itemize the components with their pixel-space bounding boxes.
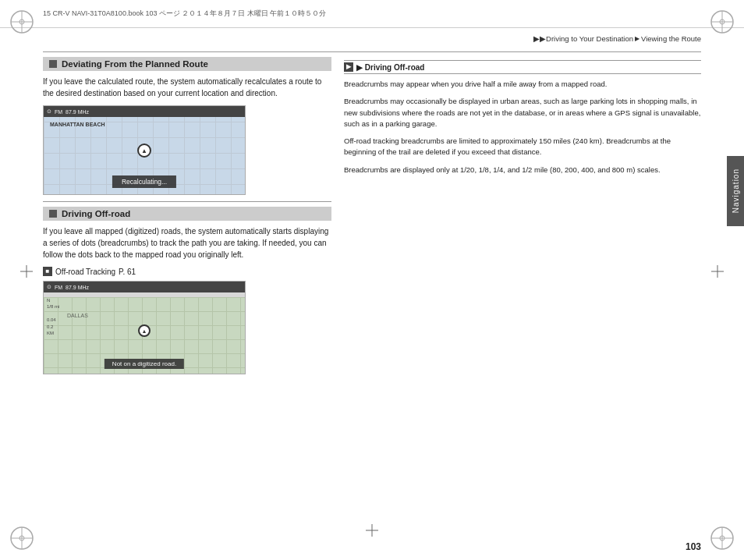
crosshair-left	[20, 265, 33, 278]
note-line-2: Breadcrumbs may occasionally be displaye…	[344, 96, 701, 129]
navigation-tab: Navigation	[727, 156, 744, 226]
map1-statusbar-fm: FM	[55, 109, 62, 115]
section2-icon	[49, 210, 57, 218]
note-header: ▶ ▶ Driving Off-road	[344, 60, 701, 74]
main-content: Deviating From the Planned Route If you …	[43, 28, 701, 532]
note-header-text: ▶ Driving Off-road	[356, 63, 424, 72]
cross-ref: ■ Off-road Tracking P. 61	[43, 267, 331, 276]
corner-decoration-bl	[8, 524, 36, 552]
map2-statusbar-fm: FM	[55, 285, 62, 290]
map2-street-label: DALLAS	[67, 313, 88, 318]
map1-recalc-text: Recalculating...	[112, 175, 176, 188]
top-bar: 15 CR-V NAVI-31T0A8100.book 103 ページ ２０１４…	[0, 0, 744, 28]
section2-body: If you leave all mapped (digitized) road…	[43, 225, 331, 261]
map2-statusbar-icon: ⊙	[47, 284, 51, 290]
section2-header: Driving Off-road	[43, 207, 331, 221]
map2-scale-left: N1/8 mi0.040.2KM	[47, 297, 59, 336]
top-section: Deviating From the Planned Route If you …	[43, 28, 701, 374]
map1-city-label: MANHATTAN BEACH	[50, 122, 105, 127]
page-number: 103	[686, 541, 701, 552]
note-line-3: Off-road tracking breadcrumbs are limite…	[344, 136, 701, 158]
section2-title: Driving Off-road	[62, 209, 130, 218]
section1-icon	[49, 60, 57, 68]
cross-ref-icon: ■	[43, 267, 52, 276]
note-body: Breadcrumbs may appear when you drive ha…	[344, 79, 701, 175]
corner-decoration-br	[708, 524, 736, 552]
note-line-4: Breadcrumbs are displayed only at 1/20, …	[344, 165, 701, 175]
section1-body: If you leave the calculated route, the s…	[43, 76, 331, 99]
map2-not-digitized-text: Not on a digitized road.	[105, 359, 184, 369]
cross-ref-page: P. 61	[119, 268, 136, 276]
section1-text: If you leave the calculated route, the s…	[43, 77, 321, 97]
nav-tab-label: Navigation	[732, 168, 740, 213]
crosshair-right	[711, 265, 724, 278]
section1-title: Deviating From the Planned Route	[62, 59, 208, 69]
cross-ref-label: Off-road Tracking	[55, 268, 115, 276]
map2-image: ⊙ FM 87.9 MHz N1/8 mi0.040.2KM DALLAS ▲	[43, 281, 246, 374]
map1-location-dot: ▲	[137, 144, 151, 158]
top-bar-text: 15 CR-V NAVI-31T0A8100.book 103 ページ ２０１４…	[43, 9, 326, 19]
map2-statusbar-freq: 87.9 MHz	[66, 285, 89, 290]
corner-decoration-tl	[8, 8, 36, 36]
left-column: Deviating From the Planned Route If you …	[43, 57, 331, 374]
note-section: ▶ ▶ Driving Off-road Breadcrumbs may app…	[344, 60, 701, 175]
section1-header: Deviating From the Planned Route	[43, 57, 331, 71]
map1-statusbar-icon: ⊙	[47, 108, 51, 115]
right-column: ▶ ▶ Driving Off-road Breadcrumbs may app…	[344, 57, 701, 374]
note-line-1: Breadcrumbs may appear when you drive ha…	[344, 79, 701, 90]
section2-text: If you leave all mapped (digitized) road…	[43, 227, 328, 259]
note-icon: ▶	[344, 62, 353, 72]
map2-location-dot: ▲	[138, 324, 151, 337]
map1-image: ⊙ FM 87.9 MHz MANHATTAN BEACH ▲ Recalcul…	[43, 105, 246, 195]
two-col-layout: Deviating From the Planned Route If you …	[43, 57, 701, 374]
map2-statusbar: ⊙ FM 87.9 MHz	[44, 282, 245, 292]
map1-statusbar: ⊙ FM 87.9 MHz	[44, 106, 245, 117]
map1-statusbar-freq: 87.9 MHz	[66, 109, 89, 115]
corner-decoration-tr	[708, 8, 736, 36]
